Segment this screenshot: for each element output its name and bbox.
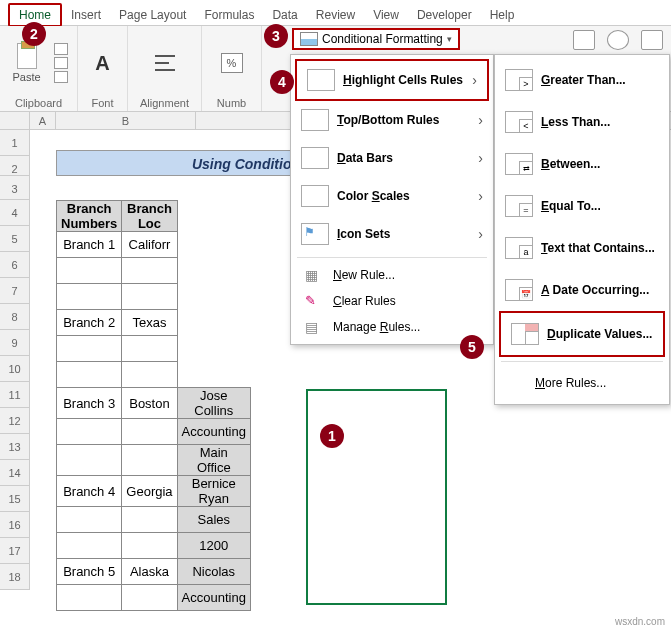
row-18[interactable]: 18 <box>0 564 30 590</box>
header-branch-location[interactable]: Branch Loc <box>122 201 177 232</box>
menu-top-bottom-rules[interactable]: Top/Bottom Rules <box>291 101 493 139</box>
menu-icon-sets[interactable]: Icon Sets <box>291 215 493 253</box>
col-a[interactable]: A <box>30 112 56 129</box>
ribbon-right-icons <box>573 30 663 50</box>
submenu-between[interactable]: Between... <box>495 143 669 185</box>
tab-data[interactable]: Data <box>263 5 306 25</box>
row-10[interactable]: 10 <box>0 356 30 382</box>
submenu-greater-than[interactable]: Greater Than... <box>495 59 669 101</box>
tab-review[interactable]: Review <box>307 5 364 25</box>
row-9[interactable]: 9 <box>0 330 30 356</box>
greater-than-icon <box>505 69 533 91</box>
row-15[interactable]: 15 <box>0 486 30 512</box>
watermark: wsxdn.com <box>615 616 665 627</box>
row-8[interactable]: 8 <box>0 304 30 330</box>
text-contains-icon <box>505 237 533 259</box>
between-icon <box>505 153 533 175</box>
submenu-date-occurring[interactable]: A Date Occurring... <box>495 269 669 311</box>
number-button[interactable]: % <box>215 53 249 73</box>
row-17[interactable]: 17 <box>0 538 30 564</box>
row-2[interactable]: 2 <box>0 156 30 176</box>
clipboard-icon <box>17 43 37 69</box>
menu-new-rule[interactable]: New Rule... <box>291 262 493 288</box>
table-row: 1200 <box>57 533 251 559</box>
table-row <box>57 336 251 362</box>
row-3[interactable]: 3 <box>0 176 30 200</box>
tab-insert[interactable]: Insert <box>62 5 110 25</box>
menu-data-bars[interactable]: Data Bars <box>291 139 493 177</box>
table-row <box>57 362 251 388</box>
table-row: Main Office <box>57 445 251 476</box>
equal-to-icon <box>505 195 533 217</box>
row-12[interactable]: 12 <box>0 408 30 434</box>
highlight-cells-submenu: Greater Than... Less Than... Between... … <box>494 54 670 405</box>
row-13[interactable]: 13 <box>0 434 30 460</box>
menu-separator <box>297 257 487 258</box>
row-14[interactable]: 14 <box>0 460 30 486</box>
menu-clear-rules[interactable]: Clear Rules <box>291 288 493 314</box>
tab-help[interactable]: Help <box>481 5 524 25</box>
submenu-duplicate-values[interactable]: Duplicate Values... <box>499 311 665 357</box>
data-table: Branch Numbers Branch Loc Branch 1Califo… <box>56 200 251 611</box>
table-row: Branch 1Califorr <box>57 232 251 258</box>
row-5[interactable]: 5 <box>0 226 30 252</box>
paste-label: Paste <box>12 71 40 83</box>
conditional-formatting-label: Conditional Formatting <box>322 32 443 46</box>
table-header-row: Branch Numbers Branch Loc <box>57 201 251 232</box>
menu-highlight-cells-rules[interactable]: HHighlight Cells Rulesighlight Cells Rul… <box>295 59 489 101</box>
icon-sets-icon <box>301 223 329 245</box>
submenu-text-contains[interactable]: Text that Contains... <box>495 227 669 269</box>
row-4[interactable]: 4 <box>0 200 30 226</box>
row-headers: 1 2 3 4 5 6 7 8 9 10 11 12 13 14 15 16 1… <box>0 130 30 590</box>
menu-manage-rules[interactable]: Manage Rules... <box>291 314 493 340</box>
callout-badge-5: 5 <box>460 335 484 359</box>
conditional-formatting-icon <box>300 32 318 46</box>
tab-developer[interactable]: Developer <box>408 5 481 25</box>
table-row: Branch 4GeorgiaBernice Ryan <box>57 476 251 507</box>
tab-page-layout[interactable]: Page Layout <box>110 5 195 25</box>
tab-formulas[interactable]: Formulas <box>195 5 263 25</box>
clipboard-small-buttons[interactable] <box>54 43 68 83</box>
clipboard-group-label: Clipboard <box>15 97 62 109</box>
table-row: Branch 5AlaskaNicolas <box>57 559 251 585</box>
table-row: Accounting <box>57 585 251 611</box>
submenu-equal-to[interactable]: Equal To... <box>495 185 669 227</box>
table-row: Branch 2Texas <box>57 310 251 336</box>
alignment-button[interactable] <box>148 55 182 71</box>
row-11[interactable]: 11 <box>0 382 30 408</box>
clear-rules-icon <box>305 293 323 309</box>
tab-view[interactable]: View <box>364 5 408 25</box>
ribbon-tabs: Home Insert Page Layout Formulas Data Re… <box>0 0 671 26</box>
alignment-group-label: Alignment <box>140 97 189 109</box>
font-icon: A <box>95 52 109 75</box>
insert-table-icon[interactable] <box>573 30 595 50</box>
row-7[interactable]: 7 <box>0 278 30 304</box>
row-1[interactable]: 1 <box>0 130 30 156</box>
font-group-label: Font <box>91 97 113 109</box>
table-row: Accounting <box>57 419 251 445</box>
top-bottom-icon <box>301 109 329 131</box>
selection-marquee <box>306 389 447 605</box>
submenu-more-rules[interactable]: More Rules... <box>495 366 669 400</box>
row-6[interactable]: 6 <box>0 252 30 278</box>
conditional-formatting-menu: HHighlight Cells Rulesighlight Cells Rul… <box>290 54 494 345</box>
less-than-icon <box>505 111 533 133</box>
callout-badge-4: 4 <box>270 70 294 94</box>
row-16[interactable]: 16 <box>0 512 30 538</box>
date-occurring-icon <box>505 279 533 301</box>
dropdown-arrow-icon: ▾ <box>447 34 452 44</box>
select-all-corner[interactable] <box>0 112 30 129</box>
menu-color-scales[interactable]: Color Scales <box>291 177 493 215</box>
table-row <box>57 284 251 310</box>
table-row: Branch 3BostonJose Collins <box>57 388 251 419</box>
alignment-icon <box>155 55 175 71</box>
font-button[interactable]: A <box>86 52 120 75</box>
col-b[interactable]: B <box>56 112 196 129</box>
conditional-formatting-button[interactable]: Conditional Formatting ▾ <box>292 28 460 50</box>
find-icon[interactable] <box>607 30 629 50</box>
analyze-icon[interactable] <box>641 30 663 50</box>
submenu-less-than[interactable]: Less Than... <box>495 101 669 143</box>
paste-button[interactable]: Paste <box>10 43 44 83</box>
header-branch-numbers[interactable]: Branch Numbers <box>57 201 122 232</box>
new-rule-icon <box>305 267 323 283</box>
